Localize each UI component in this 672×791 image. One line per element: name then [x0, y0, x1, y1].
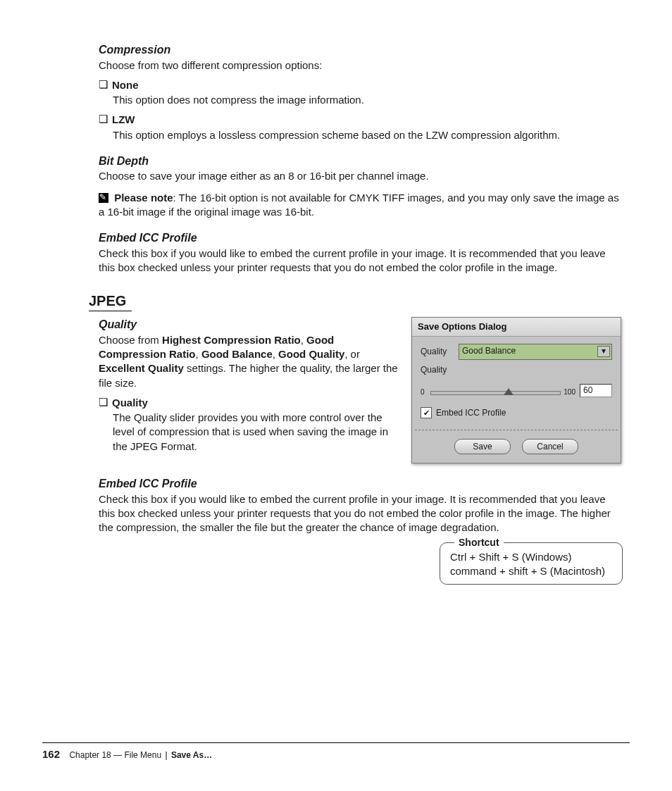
t: Good Quality [278, 348, 344, 360]
bullet-desc-none: This option does not compress the image … [113, 93, 623, 107]
bullet-icon: ❏ [99, 113, 108, 127]
quality-dropdown-value: Good Balance [462, 346, 516, 356]
heading-jpeg: JPEG [89, 292, 132, 311]
t: Choose from [99, 334, 162, 346]
t: Excellent Quality [99, 362, 184, 374]
bullet-desc-quality: The Quality slider provides you with mor… [113, 411, 399, 454]
text-compression: Choose from two different compression op… [99, 58, 623, 73]
slider-min: 0 [421, 387, 428, 397]
shortcut-mac: command + shift + S (Macintosh) [450, 564, 612, 578]
page-number: 162 [42, 748, 60, 760]
slider-max: 100 [564, 387, 575, 397]
quality-label: Quality [421, 346, 459, 357]
shortcut-legend: Shortcut [454, 536, 504, 549]
page-footer: 162 Chapter 18 — File Menu | Save As… [42, 742, 630, 761]
text-bitdepth: Choose to save your image either as an 8… [99, 169, 623, 183]
quality-slider[interactable] [430, 391, 561, 395]
note-bitdepth: Please note: The 16-bit option is not av… [99, 191, 623, 220]
heading-compression: Compression [99, 42, 623, 58]
quality-value-input[interactable]: 60 [580, 384, 612, 397]
bullet-desc-lzw: This option employs a lossless compressi… [113, 128, 623, 142]
t: Good Balance [201, 348, 273, 360]
dialog-title: Save Options Dialog [412, 318, 621, 337]
bullet-none: ❏ None [99, 78, 623, 92]
footer-section: Save As… [171, 750, 212, 760]
t: , [301, 334, 306, 346]
chevron-down-icon[interactable]: ▾ [597, 346, 610, 357]
bullet-title: Quality [112, 396, 148, 410]
embed-icc-label: Embed ICC Profile [436, 407, 506, 418]
text-quality: Choose from Highest Compression Ratio, G… [99, 333, 399, 390]
heading-quality: Quality [99, 317, 399, 332]
save-button[interactable]: Save [454, 439, 511, 454]
shortcut-box: Shortcut Ctrl + Shift + S (Windows) comm… [440, 542, 623, 585]
bullet-icon: ❏ [99, 78, 108, 92]
t: , [273, 348, 278, 360]
slider-thumb-icon[interactable] [504, 388, 514, 395]
t: , [196, 348, 201, 360]
cancel-button[interactable]: Cancel [522, 439, 578, 454]
text-icc2: Check this box if you would like to embe… [99, 492, 623, 535]
bullet-lzw: ❏ LZW [99, 113, 623, 127]
note-text: : The 16-bit option is not available for… [99, 192, 619, 218]
embed-icc-checkbox[interactable]: ✔ [421, 407, 432, 418]
heading-bitdepth: Bit Depth [99, 154, 623, 169]
bullet-icon: ❏ [99, 396, 108, 410]
note-icon [99, 193, 108, 203]
save-options-dialog: Save Options Dialog Quality Good Balance… [411, 317, 621, 463]
shortcut-windows: Ctrl + Shift + S (Windows) [450, 550, 612, 564]
bullet-quality: ❏ Quality [99, 396, 399, 410]
heading-icc2: Embed ICC Profile [99, 476, 623, 492]
dialog-separator [415, 430, 618, 430]
t: Highest Compression Ratio [162, 334, 301, 346]
quality-dropdown[interactable]: Good Balance ▾ [459, 344, 612, 360]
note-label: Please note [114, 192, 173, 204]
footer-chapter: Chapter 18 — File Menu [69, 750, 161, 760]
footer-sep: | [165, 750, 169, 760]
t: , or [344, 348, 360, 360]
text-icc: Check this box if you would like to embe… [99, 247, 623, 275]
heading-icc: Embed ICC Profile [99, 230, 623, 246]
bullet-title: None [112, 78, 139, 92]
bullet-title: LZW [112, 113, 135, 127]
slider-label: Quality [421, 364, 459, 375]
